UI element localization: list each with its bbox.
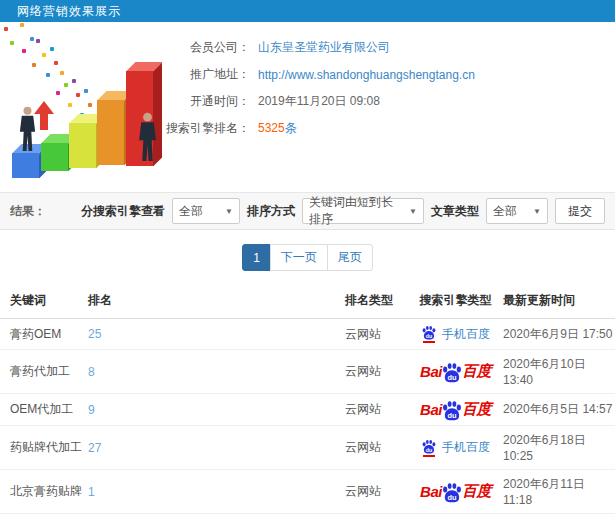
rank-link[interactable]: 9 [88,403,95,417]
svg-text:du: du [426,446,432,452]
updated-cell: 2020年6月18日 10:19 [503,514,615,520]
keyword-cell: OEM代加工 [0,394,88,426]
page-next-button[interactable]: 下一页 [270,244,328,271]
col-rank-type: 排名类型 [345,283,408,319]
pagination-row: 1 下一页 尾页 [0,230,615,283]
svg-text:du: du [447,493,457,502]
baidu-logo-bai: Bai [420,363,442,380]
col-engine-type: 搜索引擎类型 [408,283,503,319]
table-row: 膏药OEM 25 云网站 du 手机百度 2020年6月9日 17:50 [0,319,615,350]
keyword-cell: 药贴牌代加工 [0,426,88,470]
baidu-paw-icon: du [441,400,463,421]
col-keyword: 关键词 [0,283,88,319]
table-row: OEM代加工 9 云网站 Bai du 百度 2020年6月5日 14:57 [0,394,615,426]
company-link[interactable]: 山东皇圣堂药业有限公司 [258,39,390,56]
updated-cell: 2020年6月5日 14:57 [503,394,615,426]
businessman-left-icon [17,106,38,155]
rank-count-value: 5325条 [258,120,297,137]
confetti-decoration [4,27,8,31]
mobile-baidu-label: 手机百度 [442,439,490,456]
page-title: 网络营销效果展示 [17,3,121,20]
article-type-selected: 全部 [493,203,517,220]
baidu-paw-icon: du [441,482,463,503]
page-current[interactable]: 1 [242,244,271,271]
engine-view-select[interactable]: 全部 ▼ [172,198,240,224]
chevron-down-icon: ▼ [225,207,233,216]
rank-cell: 25 [88,319,345,350]
keyword-cell: 枣庄膏药加工 [0,514,88,520]
table-header-row: 关键词 排名 排名类型 搜索引擎类型 最新更新时间 [0,283,615,319]
baidu-logo-cn: 百度 [462,482,491,501]
mobile-baidu-underline [423,341,435,343]
rank-link[interactable]: 8 [88,365,95,379]
col-rank: 排名 [88,283,345,319]
rank-type-cell: 云网站 [345,470,408,514]
chevron-down-icon: ▼ [533,207,541,216]
svg-text:du: du [426,333,432,339]
account-fields: 会员公司： 山东皇圣堂药业有限公司 推广地址： http://www.shand… [120,34,615,142]
rank-cell: 1,4,6 [88,514,345,520]
baidu-logo-cn: 百度 [462,362,491,381]
submit-button[interactable]: 提交 [555,198,605,224]
table-row: 膏药代加工 8 云网站 Bai du 百度 2020年6月10日 13:40 [0,350,615,394]
sort-selected: 关键词由短到长排序 [309,194,403,228]
rank-type-cell: 云网站 [345,514,408,520]
rank-type-cell: 云网站 [345,426,408,470]
field-url: 推广地址： http://www.shandonghuangshengtang.… [120,61,615,88]
rank-cell: 9 [88,394,345,426]
keyword-cell: 膏药OEM [0,319,88,350]
page-header: 网络营销效果展示 [0,0,615,22]
rank-type-cell: 云网站 [345,394,408,426]
engine-cell: du 手机百度 [408,514,503,520]
filter-controls: 分搜索引擎查看 全部 ▼ 排序方式 关键词由短到长排序 ▼ 文章类型 全部 ▼ … [81,198,605,224]
engine-cell: Bai du 百度 [408,350,503,394]
engine-cell: du 手机百度 [408,319,503,350]
baidu-logo-bai: Bai [420,401,442,418]
rank-count-number: 5325 [258,121,285,135]
updated-cell: 2020年6月10日 13:40 [503,350,615,394]
rank-link[interactable]: 25 [88,327,101,341]
promotion-url-link[interactable]: http://www.shandonghuangshengtang.cn [258,68,475,82]
mobile-baidu-paw-icon: du [421,325,437,343]
article-type-label: 文章类型 [431,203,479,220]
rank-link[interactable]: 1 [88,485,95,499]
rank-cell: 1 [88,470,345,514]
engine-view-label: 分搜索引擎查看 [81,203,165,220]
updated-cell: 2020年6月11日 11:18 [503,470,615,514]
field-opened: 开通时间： 2019年11月20日 09:08 [120,88,615,115]
updated-cell: 2020年6月18日 10:25 [503,426,615,470]
svg-text:du: du [447,373,457,382]
table-row: 枣庄膏药加工 1,4,6 云网站 du 手机百度 2020年6月18日 10:1… [0,514,615,520]
chevron-down-icon: ▼ [409,207,417,216]
page-last-button[interactable]: 尾页 [327,244,373,271]
mobile-baidu-paw-icon: du [421,439,437,457]
filter-bar: 结果： 分搜索引擎查看 全部 ▼ 排序方式 关键词由短到长排序 ▼ 文章类型 全… [0,192,615,230]
field-rank-count: 搜索引擎排名： 5325条 [120,115,615,142]
rank-link[interactable]: 27 [88,441,101,455]
rank-count-unit: 条 [285,121,297,135]
pagination: 1 下一页 尾页 [242,244,373,271]
url-label: 推广地址： [120,66,250,83]
engine-cell: Bai du 百度 [408,470,503,514]
engine-view-selected: 全部 [179,203,203,220]
baidu-logo: Bai du 百度 [420,400,491,419]
field-company: 会员公司： 山东皇圣堂药业有限公司 [120,34,615,61]
sort-select[interactable]: 关键词由短到长排序 ▼ [302,198,424,224]
rank-count-label: 搜索引擎排名： [120,120,250,137]
baidu-logo: Bai du 百度 [420,482,491,501]
rank-type-cell: 云网站 [345,319,408,350]
baidu-logo-cn: 百度 [462,400,491,419]
results-table: 关键词 排名 排名类型 搜索引擎类型 最新更新时间 膏药OEM 25 云网站 d… [0,283,615,520]
engine-cell: Bai du 百度 [408,394,503,426]
keyword-cell: 北京膏药贴牌 [0,470,88,514]
sort-label: 排序方式 [247,203,295,220]
opened-value: 2019年11月20日 09:08 [258,93,380,110]
svg-text:du: du [447,411,457,420]
opened-label: 开通时间： [120,93,250,110]
engine-cell: du 手机百度 [408,426,503,470]
rank-type-cell: 云网站 [345,350,408,394]
baidu-paw-icon: du [441,362,463,383]
article-type-select[interactable]: 全部 ▼ [486,198,548,224]
mobile-baidu-badge: du 手机百度 [421,439,490,457]
mobile-baidu-badge: du 手机百度 [421,325,490,343]
